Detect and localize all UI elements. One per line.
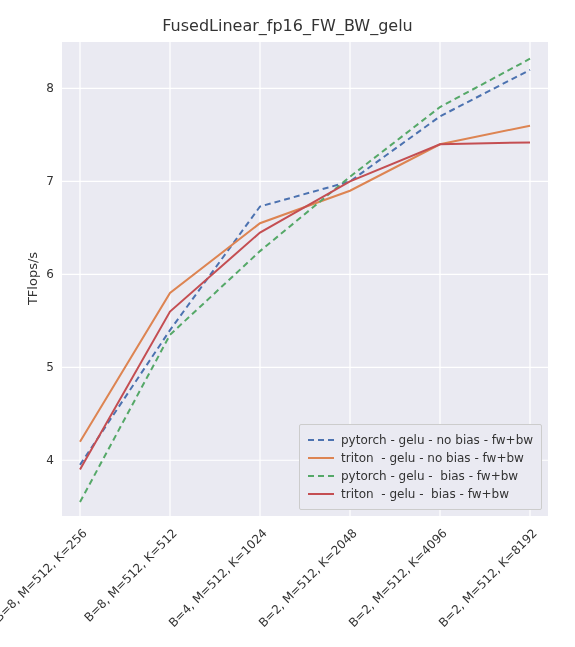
legend-entry: triton - gelu - bias - fw+bw (308, 485, 533, 503)
y-tick-label: 4 (34, 453, 54, 467)
chart-container: FusedLinear_fp16_FW_BW_gelu TFlops/s 456… (0, 0, 575, 647)
legend-label: triton - gelu - bias - fw+bw (341, 487, 509, 501)
series-line (80, 70, 530, 465)
y-tick-label: 8 (34, 81, 54, 95)
x-tick-label: B=2, M=512, K=8192 (436, 526, 540, 630)
legend-swatch (308, 439, 334, 441)
y-tick-label: 5 (34, 360, 54, 374)
y-tick-label: 7 (34, 174, 54, 188)
legend-label: pytorch - gelu - bias - fw+bw (341, 469, 518, 483)
legend-label: triton - gelu - no bias - fw+bw (341, 451, 524, 465)
series-line (80, 126, 530, 442)
legend-swatch (308, 493, 334, 495)
y-tick-label: 6 (34, 267, 54, 281)
legend-entry: pytorch - gelu - no bias - fw+bw (308, 431, 533, 449)
x-tick-label: B=4, M=512, K=1024 (166, 526, 270, 630)
x-tick-label: B=8, M=512, K=512 (81, 526, 180, 625)
x-tick-label: B=8, M=512, K=256 (0, 526, 90, 625)
x-tick-label: B=2, M=512, K=4096 (346, 526, 450, 630)
legend-swatch (308, 457, 334, 459)
legend-entry: pytorch - gelu - bias - fw+bw (308, 467, 533, 485)
legend-label: pytorch - gelu - no bias - fw+bw (341, 433, 533, 447)
chart-title: FusedLinear_fp16_FW_BW_gelu (0, 16, 575, 35)
series-line (80, 142, 530, 469)
x-tick-label: B=2, M=512, K=2048 (256, 526, 360, 630)
legend: pytorch - gelu - no bias - fw+bwtriton -… (299, 424, 542, 510)
legend-swatch (308, 475, 334, 477)
legend-entry: triton - gelu - no bias - fw+bw (308, 449, 533, 467)
